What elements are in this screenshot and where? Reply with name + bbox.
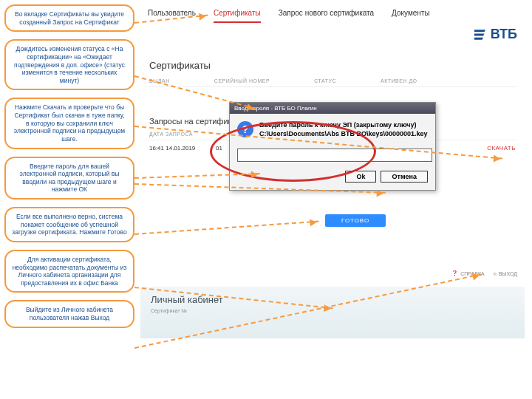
- callout-3: Нажмите Скачать и проверьте что бы Серти…: [4, 98, 134, 149]
- lk-topbar: ❓СПРАВКА ⎋ВЫХОД: [451, 270, 517, 276]
- col-serial: СЕРИЙНЫЙ НОМЕР: [214, 78, 270, 83]
- callout-1: Во вкладке Сертификаты вы увидите создан…: [4, 4, 134, 32]
- ok-button[interactable]: Ok: [345, 171, 376, 183]
- tab-bar: Пользователь Сертификаты Запрос нового с…: [140, 6, 525, 23]
- certificates-header: ВЫДАН СЕРИЙНЫЙ НОМЕР СТАТУС АКТИВЕН ДО: [149, 75, 516, 87]
- vtb-logo: ВТБ: [474, 27, 517, 42]
- callout-2: Дождитесь изменения статуса с «На сертиф…: [4, 39, 134, 90]
- certificates-title: Сертификаты: [149, 60, 516, 71]
- callout-7: Выйдите из Личного кабинета пользователя…: [4, 300, 134, 327]
- dialog-title: Ввод пароля - ВТБ БО Плагин: [230, 103, 435, 114]
- help-icon: ❓: [451, 270, 458, 276]
- dialog-msg-line2: C:\Users\Documents\Abs BTB BO\keys\00000…: [259, 130, 428, 139]
- dialog-message: Введите пароль к ключу ЭП (закрытому клю…: [259, 121, 428, 138]
- exit-icon: ⎋: [494, 271, 497, 276]
- download-link[interactable]: СКАЧАТЬ: [487, 145, 516, 151]
- callout-5: Если все выполнено верно, система покаже…: [4, 207, 134, 242]
- request-timestamp: 16:41 14.01.2019: [149, 145, 216, 151]
- col-active: АКТИВЕН ДО: [381, 78, 417, 83]
- callout-4: Введите пароль для вашей электронной под…: [4, 157, 134, 200]
- ready-button[interactable]: ГОТОВО: [325, 214, 386, 227]
- lk-title: Личный кабинет: [151, 294, 514, 305]
- cancel-button[interactable]: Отмена: [381, 171, 428, 183]
- vtb-logo-icon: [474, 30, 488, 40]
- callout-column: Во вкладке Сертификаты вы увидите создан…: [4, 4, 134, 328]
- col-status: СТАТУС: [314, 78, 336, 83]
- tab-certificates[interactable]: Сертификаты: [214, 9, 261, 23]
- tab-documents[interactable]: Документы: [392, 9, 430, 23]
- dialog-msg-line1: Введите пароль к ключу ЭП (закрытому клю…: [259, 121, 428, 130]
- exit-link[interactable]: ⎋ВЫХОД: [494, 270, 517, 276]
- vtb-logo-text: ВТБ: [491, 27, 517, 42]
- password-input[interactable]: [237, 149, 432, 162]
- callout-6: Для активации сертификата, необходимо ра…: [4, 250, 134, 293]
- tab-new-request[interactable]: Запрос нового сертификата: [279, 9, 374, 23]
